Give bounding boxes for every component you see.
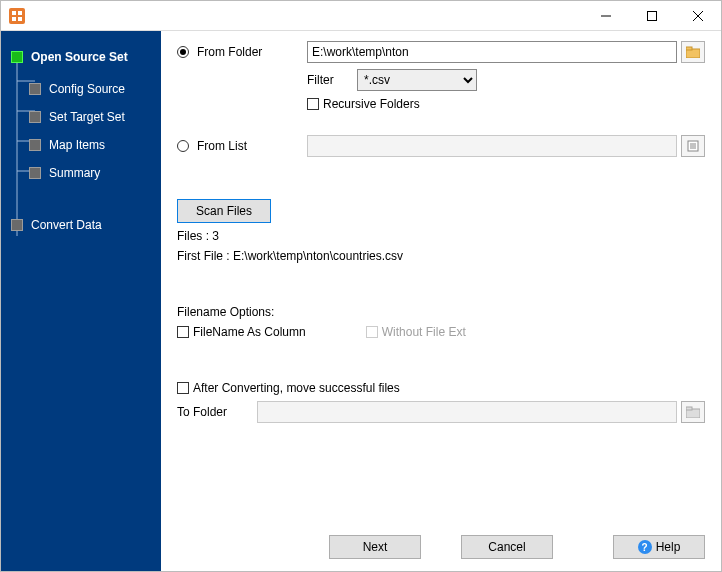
- nav-config-source[interactable]: Config Source: [1, 75, 161, 103]
- maximize-button[interactable]: [629, 1, 675, 31]
- help-icon: ?: [638, 540, 652, 554]
- filename-as-column-checkbox[interactable]: [177, 326, 189, 338]
- filter-select[interactable]: *.csv: [357, 69, 477, 91]
- close-button[interactable]: [675, 1, 721, 31]
- scan-files-button[interactable]: Scan Files: [177, 199, 271, 223]
- without-ext-label: Without File Ext: [382, 325, 466, 339]
- node-icon: [11, 51, 23, 63]
- recursive-label: Recursive Folders: [323, 97, 420, 111]
- from-folder-label: From Folder: [197, 45, 262, 59]
- browse-folder-button[interactable]: [681, 41, 705, 63]
- minimize-button[interactable]: [583, 1, 629, 31]
- nav-set-target-set[interactable]: Set Target Set: [1, 103, 161, 131]
- titlebar: [1, 1, 721, 31]
- filter-label: Filter: [307, 73, 357, 87]
- next-button[interactable]: Next: [329, 535, 421, 559]
- help-label: Help: [656, 540, 681, 554]
- main-panel: From Folder Filter *.csv Recursive Fol: [161, 31, 721, 571]
- from-folder-radio[interactable]: [177, 46, 189, 58]
- first-file: First File : E:\work\temp\nton\countries…: [177, 249, 403, 263]
- filename-as-column-label: FileName As Column: [193, 325, 306, 339]
- svg-rect-5: [648, 11, 657, 20]
- nav-label: Set Target Set: [49, 110, 125, 124]
- node-icon: [11, 219, 23, 231]
- svg-rect-3: [18, 17, 22, 21]
- files-count: Files : 3: [177, 229, 219, 243]
- from-list-radio[interactable]: [177, 140, 189, 152]
- after-convert-checkbox[interactable]: [177, 382, 189, 394]
- button-bar: Next Cancel ? Help: [177, 523, 705, 571]
- svg-rect-15: [686, 407, 692, 410]
- to-folder-input: [257, 401, 677, 423]
- svg-rect-1: [18, 11, 22, 15]
- svg-rect-0: [12, 11, 16, 15]
- without-ext-checkbox: [366, 326, 378, 338]
- nav-label: Summary: [49, 166, 100, 180]
- app-icon: [9, 8, 25, 24]
- nav-label: Map Items: [49, 138, 105, 152]
- to-folder-label: To Folder: [177, 405, 227, 419]
- svg-rect-2: [12, 17, 16, 21]
- nav-label: Config Source: [49, 82, 125, 96]
- nav-map-items[interactable]: Map Items: [1, 131, 161, 159]
- node-icon: [29, 83, 41, 95]
- node-icon: [29, 167, 41, 179]
- browse-to-folder-button[interactable]: [681, 401, 705, 423]
- sidebar: Open Source Set Config Source Set Target…: [1, 31, 161, 571]
- filename-options-label: Filename Options:: [177, 305, 274, 319]
- node-icon: [29, 139, 41, 151]
- from-list-label: From List: [197, 139, 247, 153]
- nav-convert-data[interactable]: Convert Data: [1, 211, 161, 239]
- svg-rect-9: [686, 47, 692, 50]
- nav-open-source-set[interactable]: Open Source Set: [1, 43, 161, 71]
- after-convert-label: After Converting, move successful files: [193, 381, 400, 395]
- from-folder-input[interactable]: [307, 41, 677, 63]
- from-list-input: [307, 135, 677, 157]
- node-icon: [29, 111, 41, 123]
- help-button[interactable]: ? Help: [613, 535, 705, 559]
- nav-label: Convert Data: [31, 218, 102, 232]
- browse-list-button[interactable]: [681, 135, 705, 157]
- recursive-checkbox[interactable]: [307, 98, 319, 110]
- nav-summary[interactable]: Summary: [1, 159, 161, 187]
- cancel-button[interactable]: Cancel: [461, 535, 553, 559]
- nav-label: Open Source Set: [31, 50, 128, 64]
